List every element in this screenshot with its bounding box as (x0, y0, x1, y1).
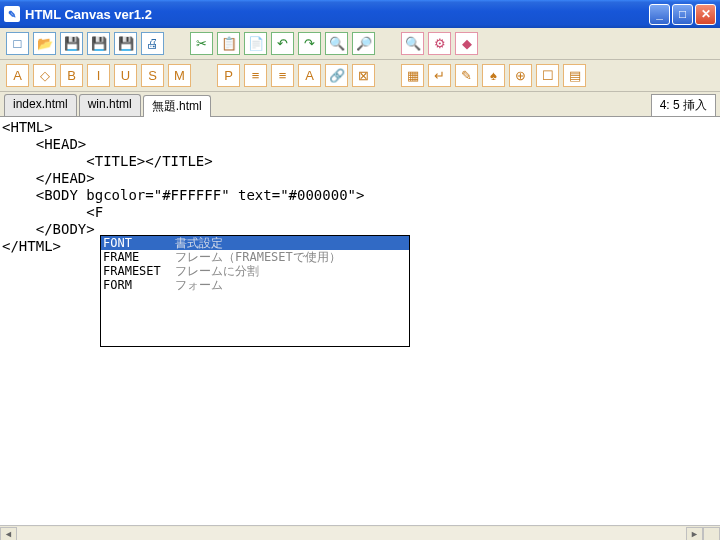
toolbar-button[interactable]: M (168, 64, 191, 87)
toolbar-button[interactable]: 🖨 (141, 32, 164, 55)
title-text: HTML Canvas ver1.2 (25, 7, 152, 22)
tab-row: index.htmlwin.html無題.html 4: 5 挿入 (0, 92, 720, 117)
toolbar-button[interactable]: ✂ (190, 32, 213, 55)
horizontal-scrollbar[interactable]: ◄ ► (0, 525, 720, 540)
toolbar-button[interactable]: U (114, 64, 137, 87)
toolbar-button[interactable]: ✎ (455, 64, 478, 87)
scroll-left-arrow[interactable]: ◄ (0, 527, 17, 541)
minimize-button[interactable]: _ (649, 4, 670, 25)
toolbar-button[interactable]: 📄 (244, 32, 267, 55)
titlebar: ✎ HTML Canvas ver1.2 _ □ ✕ (0, 0, 720, 28)
toolbar-button[interactable]: ♠ (482, 64, 505, 87)
toolbar-button[interactable]: 🔎 (352, 32, 375, 55)
toolbar-button[interactable]: 📂 (33, 32, 56, 55)
toolbar-button[interactable]: ↶ (271, 32, 294, 55)
toolbar-button[interactable]: 📋 (217, 32, 240, 55)
toolbar-button[interactable]: I (87, 64, 110, 87)
toolbar-button[interactable]: ↵ (428, 64, 451, 87)
toolbar-button[interactable]: 🔗 (325, 64, 348, 87)
toolbar-button[interactable]: B (60, 64, 83, 87)
toolbar-button[interactable]: 💾 (60, 32, 83, 55)
close-button[interactable]: ✕ (695, 4, 716, 25)
toolbar-button[interactable]: S (141, 64, 164, 87)
file-tab[interactable]: 無題.html (143, 95, 211, 117)
toolbar-button[interactable]: ◆ (455, 32, 478, 55)
autocomplete-item[interactable]: FRAMESETフレームに分割 (101, 264, 409, 278)
autocomplete-item[interactable]: FRAMEフレーム（FRAMESETで使用） (101, 250, 409, 264)
toolbar-button[interactable]: ▦ (401, 64, 424, 87)
toolbar-button[interactable]: 🔍 (325, 32, 348, 55)
autocomplete-item[interactable]: FONT書式設定 (101, 236, 409, 250)
file-tab[interactable]: win.html (79, 94, 141, 116)
toolbar-button[interactable]: ≡ (244, 64, 267, 87)
toolbar-button[interactable]: □ (6, 32, 29, 55)
toolbar-button[interactable]: P (217, 64, 240, 87)
toolbar-1: □📂💾💾💾🖨✂📋📄↶↷🔍🔎🔍⚙◆ (0, 28, 720, 60)
autocomplete-item[interactable]: FORMフォーム (101, 278, 409, 292)
autocomplete-popup[interactable]: FONT書式設定FRAMEフレーム（FRAMESETで使用）FRAMESETフレ… (100, 235, 410, 347)
toolbar-button[interactable]: 💾 (87, 32, 110, 55)
toolbar-button[interactable]: 🔍 (401, 32, 424, 55)
toolbar-button[interactable]: ⊕ (509, 64, 532, 87)
cursor-status: 4: 5 挿入 (651, 94, 716, 116)
code-editor[interactable]: <HTML> <HEAD> <TITLE></TITLE> </HEAD> <B… (0, 117, 720, 525)
scroll-right-arrow[interactable]: ► (686, 527, 703, 541)
toolbar-button[interactable]: ≡ (271, 64, 294, 87)
window-controls: _ □ ✕ (649, 4, 716, 25)
file-tab[interactable]: index.html (4, 94, 77, 116)
toolbar-button[interactable]: ⚙ (428, 32, 451, 55)
toolbar-button[interactable]: ▤ (563, 64, 586, 87)
scroll-corner (703, 527, 720, 541)
toolbar-button[interactable]: ◇ (33, 64, 56, 87)
toolbar-button[interactable]: 💾 (114, 32, 137, 55)
toolbar-button[interactable]: ↷ (298, 32, 321, 55)
toolbar-button[interactable]: ☐ (536, 64, 559, 87)
maximize-button[interactable]: □ (672, 4, 693, 25)
app-icon: ✎ (4, 6, 20, 22)
toolbar-button[interactable]: A (298, 64, 321, 87)
toolbar-2: A◇BIUSMP≡≡A🔗⊠▦↵✎♠⊕☐▤ (0, 60, 720, 92)
toolbar-button[interactable]: ⊠ (352, 64, 375, 87)
scroll-track[interactable] (17, 527, 686, 541)
toolbar-button[interactable]: A (6, 64, 29, 87)
